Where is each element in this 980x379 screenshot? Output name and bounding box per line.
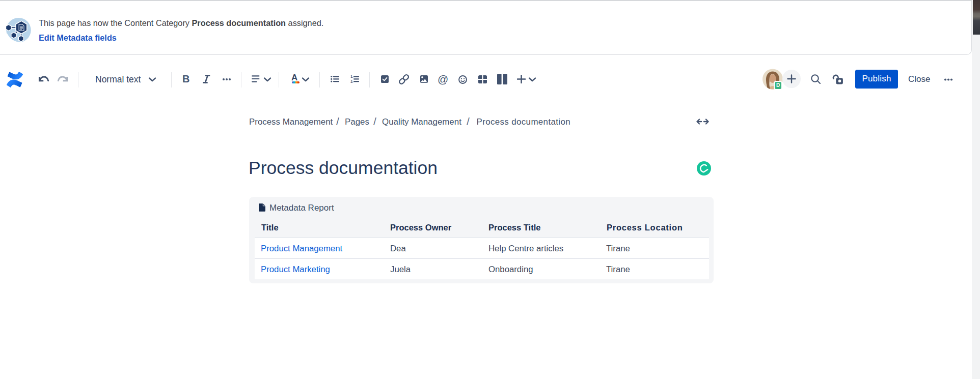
svg-text:2.: 2. (350, 80, 353, 83)
svg-text:1.: 1. (350, 75, 353, 78)
